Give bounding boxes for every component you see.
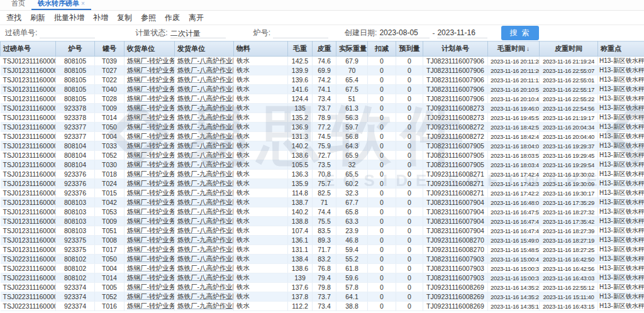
toolbar-button-4[interactable]: 复制 bbox=[117, 13, 132, 23]
search-button[interactable]: 搜 索 bbox=[501, 26, 538, 40]
table-row[interactable]: TSJ01231116000070923377T050炼钢厂-转炉业务区炼铁厂-… bbox=[1, 123, 644, 132]
toolbar-button-6[interactable]: 作废 bbox=[165, 13, 180, 23]
table-row[interactable]: TSJ02231116000005923374T016炼钢厂-转炉业务区炼铁厂-… bbox=[1, 302, 644, 311]
cell-sender[interactable]: 炼铁厂-九高炉作业区 bbox=[175, 170, 234, 179]
cell-receiver[interactable]: 炼钢厂-转炉业务区 bbox=[125, 264, 175, 273]
table-row[interactable]: TSJ01231116000078808105T039炼钢厂-转炉业务区炼铁厂-… bbox=[1, 57, 644, 66]
table-row[interactable]: TSJ01231116000067808104T052炼钢厂-转炉业务区炼铁厂-… bbox=[1, 151, 644, 160]
table-row[interactable]: TSJ01231116000077808105T027炼钢厂-转炉业务区炼铁厂-… bbox=[1, 66, 644, 75]
tab-close-icon[interactable]: × bbox=[81, 0, 85, 7]
cell-receiver[interactable]: 炼钢厂-转炉业务区 bbox=[125, 94, 175, 104]
table-row[interactable]: TSJ02231116000008808102T014炼钢厂-转炉业务区炼铁厂-… bbox=[1, 273, 644, 283]
tab-molten-iron-weigh-orders[interactable]: 铁水转序磅单× bbox=[31, 0, 91, 10]
cell-receiver[interactable]: 炼钢厂-转炉业务区 bbox=[125, 151, 175, 160]
table-row[interactable]: TSJ02231116000006923374T052炼钢厂-转炉业务区炼铁厂-… bbox=[1, 292, 644, 302]
toolbar-button-7[interactable]: 离开 bbox=[189, 13, 204, 23]
column-header-plan_no[interactable]: 计划单号 bbox=[423, 41, 488, 57]
table-row[interactable]: TSJ01231116000066808104T030炼钢厂-转炉业务区炼铁厂-… bbox=[1, 160, 644, 170]
column-header-weigh_point[interactable]: 称重点 bbox=[598, 41, 644, 57]
cell-sender[interactable]: 炼铁厂-八高炉作业区 bbox=[175, 264, 234, 273]
table-row[interactable]: TSJ01231116000072923378T009炼钢厂-转炉业务区炼铁厂-… bbox=[1, 104, 644, 113]
cell-sender[interactable]: 炼铁厂-九高炉作业区 bbox=[175, 179, 234, 189]
toolbar-button-0[interactable]: 查找 bbox=[6, 13, 21, 23]
column-header-material[interactable]: 物料 bbox=[234, 41, 288, 57]
date-from-input[interactable]: 2023-08-05 bbox=[379, 28, 430, 38]
column-header-tank_no[interactable]: 罐号 bbox=[95, 41, 125, 57]
table-row[interactable]: TSJ02231116000009808102T004炼钢厂-转炉业务区炼铁厂-… bbox=[1, 264, 644, 273]
cell-receiver[interactable]: 炼钢厂-转炉业务区 bbox=[125, 66, 175, 75]
cell-receiver[interactable]: 炼钢厂-转炉业务区 bbox=[125, 198, 175, 207]
cell-receiver[interactable]: 炼钢厂-转炉业务区 bbox=[125, 170, 175, 179]
cell-receiver[interactable]: 炼钢厂-转炉业务区 bbox=[125, 179, 175, 189]
table-row[interactable]: TSJ02231116000007923374T005炼钢厂-转炉业务区炼铁厂-… bbox=[1, 283, 644, 292]
cell-receiver[interactable]: 炼钢厂-转炉业务区 bbox=[125, 217, 175, 226]
cell-receiver[interactable]: 炼钢厂-转炉业务区 bbox=[125, 245, 175, 255]
cell-receiver[interactable]: 炼钢厂-转炉业务区 bbox=[125, 57, 175, 66]
column-header-expected[interactable]: 预到量 bbox=[396, 41, 423, 57]
cell-sender[interactable]: 炼铁厂-九高炉作业区 bbox=[175, 302, 234, 311]
cell-receiver[interactable]: 炼钢厂-转炉业务区 bbox=[125, 302, 175, 311]
table-row[interactable]: TSJ01231116000071923378T014炼钢厂-转炉业务区炼铁厂-… bbox=[1, 113, 644, 123]
table-row[interactable]: TSJ01231116000073808105T028炼钢厂-转炉业务区炼铁厂-… bbox=[1, 94, 644, 104]
cell-sender[interactable]: 炼铁厂-八高炉作业区 bbox=[175, 85, 234, 94]
cell-receiver[interactable]: 炼钢厂-转炉业务区 bbox=[125, 236, 175, 245]
date-to-input[interactable]: 2023-11-16 bbox=[437, 28, 487, 38]
column-header-furnace_no[interactable]: 炉号 bbox=[56, 41, 95, 57]
cell-sender[interactable]: 炼铁厂-八高炉作业区 bbox=[175, 151, 234, 160]
table-row[interactable]: TSJ01231116000063923376T015炼钢厂-转炉业务区炼铁厂-… bbox=[1, 189, 644, 198]
table-row[interactable]: TSJ01231116000069923377T004炼钢厂-转炉业务区炼铁厂-… bbox=[1, 132, 644, 141]
column-header-weigh_no[interactable]: 过磅单号 bbox=[1, 41, 56, 57]
column-header-receiver[interactable]: 收货单位 bbox=[125, 41, 175, 57]
tab-home[interactable]: 首页 bbox=[5, 0, 31, 10]
cell-sender[interactable]: 炼铁厂-九高炉作业区 bbox=[175, 236, 234, 245]
measure-status-select[interactable]: 二次计量 bbox=[170, 28, 226, 38]
cell-receiver[interactable]: 炼钢厂-转炉业务区 bbox=[125, 160, 175, 170]
cell-sender[interactable]: 炼铁厂-八高炉作业区 bbox=[175, 57, 234, 66]
cell-sender[interactable]: 炼铁厂-九高炉作业区 bbox=[175, 292, 234, 302]
cell-sender[interactable]: 炼铁厂-八高炉作业区 bbox=[175, 66, 234, 75]
cell-receiver[interactable]: 炼钢厂-转炉业务区 bbox=[125, 141, 175, 151]
cell-sender[interactable]: 炼铁厂-八高炉作业区 bbox=[175, 160, 234, 170]
cell-receiver[interactable]: 炼钢厂-转炉业务区 bbox=[125, 85, 175, 94]
cell-sender[interactable]: 炼铁厂-八高炉作业区 bbox=[175, 217, 234, 226]
table-row[interactable]: TSJ02231116000010808102T050炼钢厂-转炉业务区炼铁厂-… bbox=[1, 255, 644, 264]
table-row[interactable]: TSJ01231116000054923375T008炼钢厂-转炉业务区炼铁厂-… bbox=[1, 236, 644, 245]
cell-sender[interactable]: 炼铁厂-九高炉作业区 bbox=[175, 113, 234, 123]
toolbar-button-2[interactable]: 批量补增 bbox=[54, 13, 84, 23]
toolbar-button-1[interactable]: 刷新 bbox=[30, 13, 45, 23]
cell-receiver[interactable]: 炼钢厂-转炉业务区 bbox=[125, 123, 175, 132]
table-row[interactable]: TSJ01231116000064923376T024炼钢厂-转炉业务区炼铁厂-… bbox=[1, 179, 644, 189]
cell-receiver[interactable]: 炼钢厂-转炉业务区 bbox=[125, 226, 175, 236]
cell-sender[interactable]: 炼铁厂-八高炉作业区 bbox=[175, 207, 234, 217]
cell-receiver[interactable]: 炼钢厂-转炉业务区 bbox=[125, 75, 175, 85]
table-row[interactable]: TSJ01231116000060808103T009炼钢厂-转炉业务区炼铁厂-… bbox=[1, 217, 644, 226]
column-header-tare[interactable]: 皮重 bbox=[313, 41, 336, 57]
cell-sender[interactable]: 炼铁厂-九高炉作业区 bbox=[175, 189, 234, 198]
cell-sender[interactable]: 炼铁厂-八高炉作业区 bbox=[175, 273, 234, 283]
column-header-deduct[interactable]: 扣减 bbox=[368, 41, 396, 57]
cell-receiver[interactable]: 炼钢厂-转炉业务区 bbox=[125, 292, 175, 302]
cell-sender[interactable]: 炼铁厂-九高炉作业区 bbox=[175, 245, 234, 255]
table-row[interactable]: TSJ01231116000061808103T053炼钢厂-转炉业务区炼铁厂-… bbox=[1, 207, 644, 217]
cell-receiver[interactable]: 炼钢厂-转炉业务区 bbox=[125, 132, 175, 141]
cell-sender[interactable]: 炼铁厂-八高炉作业区 bbox=[175, 141, 234, 151]
toolbar-button-3[interactable]: 补增 bbox=[93, 13, 108, 23]
cell-sender[interactable]: 炼铁厂-九高炉作业区 bbox=[175, 283, 234, 292]
toolbar-button-5[interactable]: 参照 bbox=[141, 13, 156, 23]
cell-receiver[interactable]: 炼钢厂-转炉业务区 bbox=[125, 207, 175, 217]
column-header-gross[interactable]: 毛重 bbox=[288, 41, 313, 57]
table-row[interactable]: TSJ01231116000062808103T042炼钢厂-转炉业务区炼铁厂-… bbox=[1, 198, 644, 207]
column-header-sender[interactable]: 发货单位 bbox=[175, 41, 234, 57]
cell-sender[interactable]: 炼铁厂-八高炉作业区 bbox=[175, 255, 234, 264]
cell-sender[interactable]: 炼铁厂-八高炉作业区 bbox=[175, 75, 234, 85]
cell-receiver[interactable]: 炼钢厂-转炉业务区 bbox=[125, 104, 175, 113]
cell-receiver[interactable]: 炼钢厂-转炉业务区 bbox=[125, 283, 175, 292]
table-row[interactable]: TSJ01231116000068808104T033炼钢厂-转炉业务区炼铁厂-… bbox=[1, 141, 644, 151]
cell-sender[interactable]: 炼铁厂-八高炉作业区 bbox=[175, 226, 234, 236]
column-header-net[interactable]: 实际重量 bbox=[336, 41, 368, 57]
column-header-gross_time[interactable]: 毛重时间↓ bbox=[488, 41, 540, 57]
cell-receiver[interactable]: 炼钢厂-转炉业务区 bbox=[125, 273, 175, 283]
table-row[interactable]: TSJ01231116000074808105T040炼钢厂-转炉业务区炼铁厂-… bbox=[1, 85, 644, 94]
table-row[interactable]: TSJ01231116000065923376T018炼钢厂-转炉业务区炼铁厂-… bbox=[1, 170, 644, 179]
table-row[interactable]: TSJ01231116000059808103T051炼钢厂-转炉业务区炼铁厂-… bbox=[1, 226, 644, 236]
